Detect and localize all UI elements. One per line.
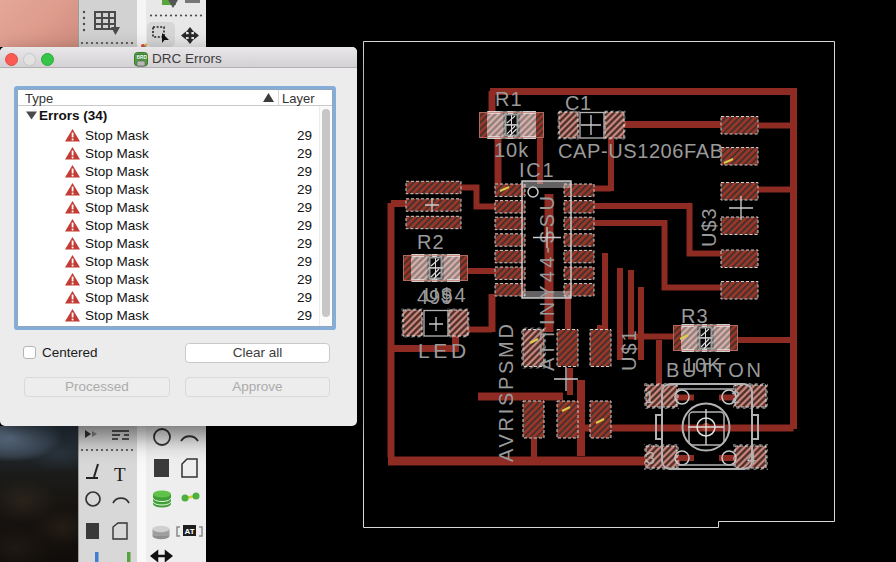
svg-text:T: T <box>114 464 126 485</box>
svg-text:BRD: BRD <box>137 55 148 60</box>
svg-text:AT: AT <box>185 527 195 536</box>
